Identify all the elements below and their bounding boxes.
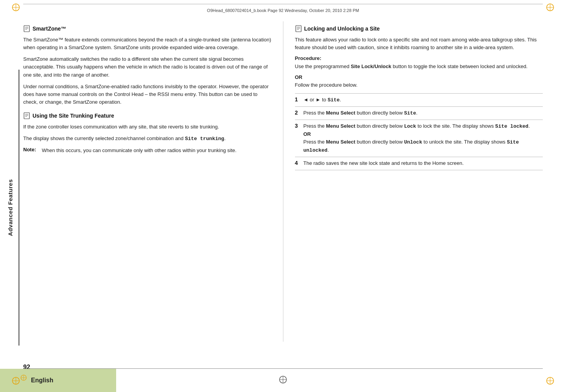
reg-mark-top-left: [12, 3, 20, 12]
reg-mark-bottom-left: [12, 377, 20, 385]
step-3-num: 3: [295, 122, 304, 155]
procedure-text: Use the preprogrammed Site Lock/Unlock b…: [295, 63, 543, 70]
main-content: SmartZone™ The SmartZone™ feature extend…: [23, 21, 543, 342]
step-1-num: 1: [295, 96, 304, 104]
site-trunking-title: Using the Site Trunking Feature: [33, 113, 114, 119]
left-column: SmartZone™ The SmartZone™ feature extend…: [23, 21, 283, 342]
reg-mark-bottom-left2: [20, 374, 27, 382]
smartzone-icon: [23, 25, 30, 32]
locking-title: Locking and Unlocking a Site: [304, 26, 380, 32]
step-1-content: ◄ or ► to Site.: [304, 96, 543, 104]
step-3-site-locked-mono: Site locked: [495, 123, 528, 129]
step-2-site-mono: Site: [404, 110, 416, 116]
arrow-left-icon: ◄: [304, 97, 309, 103]
site-trunking-heading: Using the Site Trunking Feature: [23, 112, 271, 119]
arrow-right-icon: ►: [316, 97, 321, 103]
locking-icon: [295, 25, 302, 32]
site-trunking-mono: Site trunking: [185, 136, 224, 142]
smartzone-para3: Under normal conditions, a SmartZone-ena…: [23, 83, 271, 106]
header-file-info: O9Head_68007024014_b.book Page 92 Wednes…: [23, 8, 543, 13]
smartzone-para1: The SmartZone™ feature extends communica…: [23, 36, 271, 51]
step-3-menu-bold1: Menu Select: [326, 123, 355, 129]
step-3-or: OR: [304, 131, 311, 137]
note-label: Note:: [23, 147, 39, 154]
procedure-heading: Procedure:: [295, 55, 543, 61]
reg-mark-top-right: [546, 3, 554, 12]
smartzone-heading: SmartZone™: [23, 25, 271, 32]
step-2-content: Press the Menu Select button directly be…: [304, 109, 543, 117]
svg-rect-14: [296, 26, 301, 32]
step-1-site-mono: Site: [328, 97, 340, 103]
note-block: Note: When this occurs, you can communic…: [23, 147, 271, 154]
svg-rect-6: [24, 26, 29, 32]
sidebar-line: [19, 70, 19, 346]
step-4-content: The radio saves the new site lock state …: [304, 159, 543, 167]
step-4-num: 4: [295, 159, 304, 167]
site-trunking-para1: If the zone controller loses communicati…: [23, 123, 271, 131]
smartzone-para2: SmartZone automatically switches the rad…: [23, 55, 271, 79]
site-lock-bold: Site Lock/Unlock: [351, 63, 391, 69]
step-2-menu-bold: Menu Select: [326, 110, 355, 116]
note-text: When this occurs, you can communicate on…: [42, 147, 237, 154]
header-bar: O9Head_68007024014_b.book Page 92 Wednes…: [23, 4, 543, 15]
svg-rect-10: [24, 113, 29, 119]
follow-text: Follow the procedure below.: [295, 81, 543, 89]
step-1: 1 ◄ or ► to Site.: [295, 93, 543, 106]
step-2-num: 2: [295, 109, 304, 117]
bottom-area: 92 English: [0, 342, 566, 392]
locking-heading: Locking and Unlocking a Site: [295, 25, 543, 32]
locking-intro: This feature allows your radio to lock o…: [295, 36, 543, 51]
step-3: 3 Press the Menu Select button directly …: [295, 120, 543, 157]
or-text-1: OR: [295, 74, 543, 80]
step-3-menu-bold2: Menu Select: [326, 139, 355, 145]
steps-container: 1 ◄ or ► to Site. 2 Press the Menu Selec…: [295, 93, 543, 170]
english-label: English: [31, 377, 53, 384]
sidebar-label: Advanced Features: [7, 179, 14, 236]
site-trunking-icon: [23, 112, 30, 119]
site-trunking-para2: The display shows the currently selected…: [23, 135, 271, 143]
reg-mark-bottom-center: [279, 375, 287, 385]
step-3-lock-mono: Lock: [404, 123, 416, 129]
reg-mark-bottom-right: [546, 377, 554, 385]
step-4: 4 The radio saves the new site lock stat…: [295, 157, 543, 170]
smartzone-title: SmartZone™: [33, 26, 66, 32]
step-3-unlock-mono: Unlock: [404, 139, 422, 145]
right-column: Locking and Unlocking a Site This featur…: [283, 21, 543, 342]
step-3-content: Press the Menu Select button directly be…: [304, 122, 543, 155]
sidebar-tab: Advanced Features: [0, 70, 20, 346]
step-2: 2 Press the Menu Select button directly …: [295, 106, 543, 120]
